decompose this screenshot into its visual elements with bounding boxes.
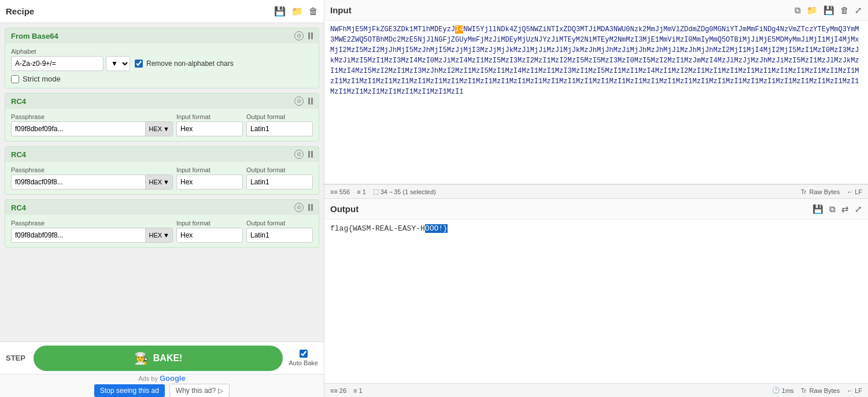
rc4-3-input-format-input[interactable] [176,228,243,243]
rc4-2-input-format-label: Input format [176,166,243,173]
rc4-1-passphrase-label: Passphrase [11,113,173,120]
auto-bake-checkbox[interactable] [300,350,308,358]
svg-text:Tr: Tr [801,388,807,394]
rc4-3-pause-icon[interactable] [308,204,313,211]
output-swap-icon[interactable]: ⇄ [841,204,849,214]
rc4-2-disable-icon[interactable]: ⊘ [294,150,304,159]
rc4-2-header-icons: ⊘ [294,150,313,159]
rc4-3-type-btn[interactable]: HEX ▼ [145,228,172,242]
remove-nonalphabet-checkbox[interactable] [135,60,143,68]
bake-button[interactable]: 👨‍🍳 BAKE! [34,346,283,371]
output-time-item: 🕐 1ms [772,387,794,394]
output-panel-icons: 💾 ⧉ ⇄ ⤢ [812,204,862,214]
rc4-1-fields: Passphrase HEX ▼ Input format [11,113,313,136]
from-base64-pause-icon[interactable] [308,32,313,39]
rc4-1-input-format-label: Input format [176,113,243,120]
stop-seeing-ad-button[interactable]: Stop seeing this ad [94,384,165,397]
input-status-right: Tr Raw Bytes ← LF [801,188,862,195]
input-trash-icon[interactable]: 🗑 [840,5,849,15]
output-copy-icon[interactable]: ⧉ [829,204,836,214]
from-base64-body: Alphabet ▼ Remove non-alphabet chars [5,43,319,88]
input-expand-icon[interactable]: ⤢ [855,5,862,16]
alphabet-row: Alphabet ▼ Remove non-alphabet chars [11,48,313,71]
input-text-before: NWFhMjE5MjFkZGE3ZDk1MTlhMDEyzJ [330,25,455,34]
open-icon[interactable]: 📁 [291,6,303,17]
output-bits-value: 26 [339,387,346,394]
output-lines-icon: ≡ [353,387,357,394]
rc4-1-disable-icon[interactable]: ⊘ [294,97,304,106]
input-bits-value: 556 [339,188,350,195]
rc4-1-pause-icon[interactable] [308,98,313,105]
rc4-3-passphrase-inner: HEX ▼ [11,228,173,243]
rc4-1-passphrase-inner: HEX ▼ [11,121,173,136]
step-label: STEP [6,354,25,362]
input-open-file-icon[interactable]: 📁 [807,5,818,16]
output-bits-icon: ≡≡ [330,387,338,394]
rc4-2-output-format-label: Output format [246,166,313,173]
output-raw-bytes-label[interactable]: Tr Raw Bytes [801,387,840,394]
rc4-3-fields: Passphrase HEX ▼ Input format [11,220,313,243]
output-status-right: 🕐 1ms Tr Raw Bytes ← LF [772,387,862,394]
rc4-1-type-btn[interactable]: HEX ▼ [145,122,172,136]
strict-mode-checkbox[interactable] [11,75,19,83]
alphabet-label: Alphabet [11,48,130,55]
rc4-1-card: RC4 ⊘ Passphrase HE [5,93,319,142]
rc4-2-passphrase-input[interactable] [12,176,145,188]
from-base64-header: From Base64 ⊘ [5,28,319,43]
rc4-3-input-format-label: Input format [176,220,243,227]
output-title: Output [330,204,359,214]
why-this-ad-button[interactable]: Why this ad? ▷ [169,384,230,397]
alphabet-select[interactable]: ▼ [106,56,130,71]
svg-text:Tr: Tr [801,189,807,195]
output-lines-value: 1 [359,387,363,394]
rc4-2-type-btn[interactable]: HEX ▼ [145,175,172,189]
strict-mode-row: Strict mode [11,75,313,83]
rc4-2-output-format-input[interactable] [246,175,313,190]
output-text-before: flag{WASM-REAL-EASY-H [330,224,425,233]
auto-bake-label: Auto Bake [289,359,318,366]
ads-by-label: Ads by [138,375,158,382]
input-bits-icon: ≡≡ [330,188,338,195]
input-raw-bytes-label[interactable]: Tr Raw Bytes [801,188,840,195]
rc4-3-disable-icon[interactable]: ⊘ [294,203,304,212]
rc4-1-output-format-input[interactable] [246,121,313,136]
rc4-3-output-format-input[interactable] [246,228,313,243]
input-new-window-icon[interactable]: ⧉ [795,5,801,16]
rc4-1-header: RC4 ⊘ [5,94,319,109]
rc4-1-input-format-input[interactable] [176,121,243,136]
input-lines-item: ≡ 1 [357,188,366,195]
rc4-3-output-format-group: Output format [246,220,313,243]
save-icon[interactable]: 💾 [274,6,286,17]
rc4-2-passphrase-label: Passphrase [11,166,173,173]
from-base64-disable-icon[interactable]: ⊘ [294,31,304,40]
input-selection-value: 34→35 (1 selected) [381,188,436,195]
recipe-scroll: From Base64 ⊘ Alphabet [0,23,324,342]
rc4-2-output-format-group: Output format [246,166,313,190]
input-status-left: ≡≡ 556 ≡ 1 ⬚ 34→35 (1 selected) [330,188,436,195]
output-expand-icon[interactable]: ⤢ [855,204,862,214]
auto-bake-group: Auto Bake [289,350,318,366]
rc4-3-passphrase-input[interactable] [12,229,145,241]
rc4-2-pause-icon[interactable] [308,151,313,158]
rc4-2-type-label: HEX [149,179,162,185]
alphabet-input[interactable] [11,56,104,71]
rc4-1-passphrase-input[interactable] [12,123,145,135]
rc4-2-card: RC4 ⊘ Passphrase HE [5,146,319,195]
rc4-1-title: RC4 [11,97,26,106]
rc4-2-title: RC4 [11,150,26,159]
ad-bar: Ads by Google Stop seeing this ad Why th… [0,374,324,397]
from-base64-header-icons: ⊘ [294,31,313,40]
raw-bytes-icon: Tr [801,188,808,195]
rc4-3-type-label: HEX [149,232,162,239]
rc4-2-input-format-input[interactable] [176,175,243,190]
rc4-2-fields: Passphrase HEX ▼ Input format [11,166,313,190]
delete-icon[interactable]: 🗑 [309,6,318,17]
input-statusbar: ≡≡ 556 ≡ 1 ⬚ 34→35 (1 selected) Tr Raw B… [324,184,868,198]
input-save-icon[interactable]: 💾 [823,5,834,16]
input-content[interactable]: NWFhMjE5MjFkZGE3ZDk1MTlhMDEyzJI4NWI5Yjll… [324,21,868,184]
right-panel: Input ⧉ 📁 💾 🗑 ⤢ NWFhMjE5MjFkZGE3ZDk1MTlh… [324,0,868,397]
output-save-icon[interactable]: 💾 [812,204,823,214]
output-section: Output 💾 ⧉ ⇄ ⤢ flag{WASM-REAL-EASY-HOOO!… [324,199,868,397]
from-base64-card: From Base64 ⊘ Alphabet [5,28,319,88]
output-lf-icon: ← LF [847,387,862,394]
